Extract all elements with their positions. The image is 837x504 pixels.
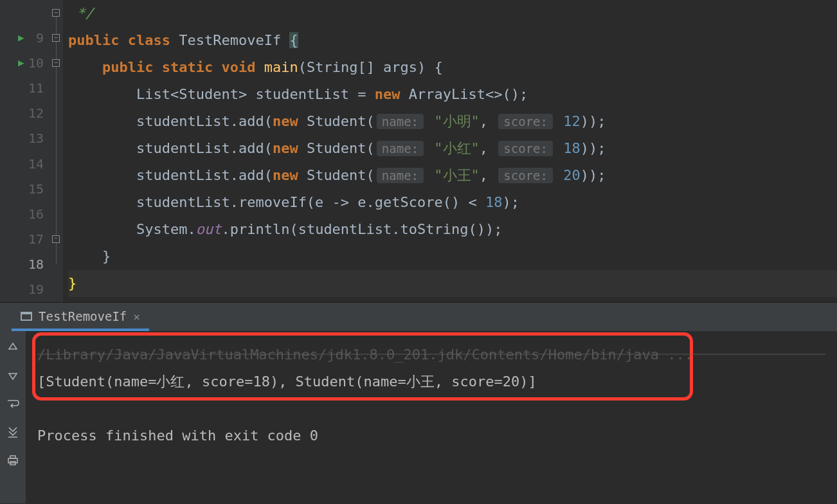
line-number: 19 [0, 277, 49, 302]
exit-code-line: Process finished with exit code 0 [37, 422, 825, 449]
line-number: 14 [0, 151, 49, 176]
run-tool-window: TestRemoveIf × /Library/Java/JavaVirtual [0, 302, 837, 503]
string-literal: "小明" [434, 113, 480, 129]
string-literal: "小红" [434, 140, 480, 156]
down-stack-icon[interactable] [6, 368, 20, 382]
static-field: out [196, 221, 222, 237]
up-stack-icon[interactable] [6, 340, 20, 354]
code-token: .println(studentList.toString()); [221, 221, 502, 237]
code-token: studentList.add( [136, 113, 273, 129]
code-token: Student( [298, 140, 375, 156]
run-gutter-icon[interactable]: ▶ [18, 32, 24, 44]
console-output[interactable]: /Library/Java/JavaVirtualMachines/jdk1.8… [26, 331, 837, 503]
code-token: (String[] args) { [298, 59, 443, 75]
tab-label: TestRemoveIf [39, 309, 127, 323]
code-keyword: class [128, 32, 170, 48]
fold-toggle-icon[interactable]: − [52, 59, 60, 67]
svg-rect-1 [10, 456, 15, 458]
number-literal: 18 [563, 140, 580, 156]
fold-toggle-icon[interactable]: ⌃ [52, 235, 60, 243]
code-keyword: new [273, 113, 298, 129]
code-keyword: public [102, 59, 153, 75]
param-hint: score: [498, 168, 553, 183]
code-content[interactable]: */ public class TestRemoveIf { public st… [63, 0, 837, 302]
code-token: studentList.add( [136, 167, 273, 183]
param-hint: name: [377, 114, 424, 129]
number-literal: 20 [563, 167, 580, 183]
class-name: TestRemoveIf [179, 32, 281, 48]
code-keyword: void [221, 59, 255, 75]
code-token: List<Student> studentList = [136, 86, 375, 102]
line-number [0, 0, 49, 25]
line-number-gutter: ▶ 9 ▶ 10 11 12 13 14 15 16 17 18 19 [0, 0, 49, 302]
line-number: 16 [0, 201, 49, 226]
line-number: 11 [0, 76, 49, 101]
fold-toggle-icon[interactable]: − [52, 9, 60, 17]
param-hint: score: [498, 114, 553, 129]
code-token: Student( [298, 113, 375, 129]
brace: } [102, 248, 111, 264]
param-hint: name: [377, 168, 424, 183]
param-hint: score: [498, 141, 553, 156]
java-command-line: /Library/Java/JavaVirtualMachines/jdk1.8… [37, 341, 825, 368]
string-literal: "小王" [434, 167, 480, 183]
fold-column: − − − ⌃ [49, 0, 63, 302]
line-number: 17 [0, 227, 49, 252]
code-editor[interactable]: ▶ 9 ▶ 10 11 12 13 14 15 16 17 18 19 − − … [0, 0, 837, 302]
code-token: */ [76, 5, 94, 21]
run-config-tab[interactable]: TestRemoveIf × [12, 304, 149, 331]
line-number: ▶ 9 [0, 25, 49, 50]
close-tab-icon[interactable]: × [133, 310, 140, 323]
line-number: 13 [0, 126, 49, 151]
run-gutter-icon[interactable]: ▶ [18, 57, 24, 69]
svg-rect-0 [8, 458, 17, 463]
method-name: main [264, 59, 298, 75]
code-token: studentList.add( [136, 140, 273, 156]
code-keyword: new [273, 167, 298, 183]
soft-wrap-icon[interactable] [6, 397, 20, 411]
code-keyword: static [162, 59, 213, 75]
application-icon [21, 312, 32, 321]
line-number: 12 [0, 101, 49, 126]
code-token: )); [580, 113, 606, 129]
brace: { [289, 32, 298, 48]
code-keyword: new [273, 140, 298, 156]
number-literal: 12 [563, 113, 580, 129]
console-toolbar [0, 331, 26, 503]
code-token: studentList.removeIf(e -> e.getScore() < [136, 194, 485, 210]
code-token: )); [580, 140, 606, 156]
stdout-line: [Student(name=小红, score=18), Student(nam… [37, 368, 825, 395]
number-literal: 18 [485, 194, 503, 210]
line-number: ▶ 10 [0, 50, 49, 75]
param-hint: name: [377, 141, 424, 156]
print-icon[interactable] [6, 453, 20, 467]
fold-toggle-icon[interactable]: − [52, 34, 60, 42]
code-token: ); [503, 194, 520, 210]
line-number: 15 [0, 176, 49, 201]
code-keyword: public [68, 32, 119, 48]
code-token: ArrayList<>(); [401, 86, 528, 102]
line-number: 18 [0, 252, 49, 277]
scroll-to-end-icon[interactable] [6, 425, 20, 439]
code-token: System. [136, 221, 196, 237]
code-token: Student( [298, 167, 375, 183]
code-keyword: new [375, 86, 401, 102]
code-token: )); [580, 167, 606, 183]
brace: } [68, 275, 76, 291]
